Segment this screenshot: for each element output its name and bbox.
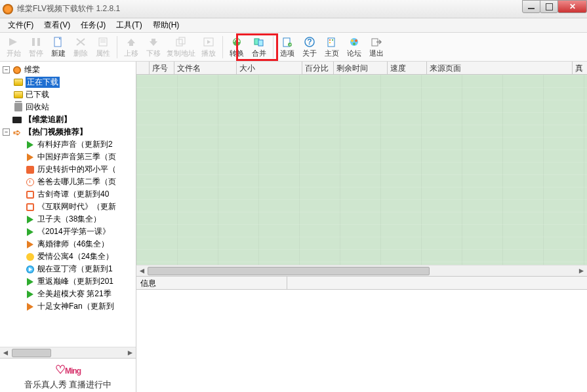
tool-copy[interactable]: 复制地址 — [165, 34, 197, 60]
tool-down[interactable]: 下移 — [142, 34, 165, 60]
grid-header: 序号 文件名 大小 百分比 剩余时间 速度 来源页面 真 — [136, 62, 587, 75]
menu-file[interactable]: 文件(F) — [3, 18, 39, 33]
tool-delete[interactable]: 删除 — [70, 34, 92, 60]
up-icon — [125, 36, 138, 48]
menu-help[interactable]: 帮助(H) — [148, 18, 185, 33]
col-speed[interactable]: 速度 — [388, 62, 427, 74]
trash-icon — [13, 103, 24, 112]
menu-view[interactable]: 查看(V) — [39, 18, 75, 33]
col-source[interactable]: 来源页面 — [427, 62, 573, 74]
copy-icon — [174, 36, 188, 48]
col-remaining[interactable]: 剩余时间 — [334, 62, 388, 74]
svg-rect-19 — [329, 42, 331, 43]
tool-up[interactable]: 上移 — [120, 34, 142, 60]
tool-start[interactable]: 开始 — [3, 34, 25, 60]
col-blank[interactable] — [136, 62, 150, 74]
tree-item[interactable]: 卫子夫（38集全） — [0, 213, 136, 225]
scroll-thumb[interactable] — [12, 349, 51, 357]
toolbar-separator — [117, 36, 117, 58]
play-icon — [25, 302, 35, 311]
tree-drama[interactable]: 【维棠追剧】 — [0, 113, 136, 126]
tree-item[interactable]: 有料好声音（更新到2 — [0, 138, 136, 151]
tree-recycle[interactable]: 回收站 — [0, 101, 136, 113]
col-size[interactable]: 大小 — [237, 62, 302, 74]
tree-downloaded[interactable]: 已下载 — [0, 88, 136, 101]
tree-hot[interactable]: −➪【热门视频推荐】 — [0, 126, 136, 138]
col-real[interactable]: 真 — [573, 62, 587, 74]
col-percent[interactable]: 百分比 — [302, 62, 334, 74]
tool-home[interactable]: 主页 — [321, 34, 343, 60]
tool-convert[interactable]: 转换 — [226, 34, 248, 60]
tool-exit[interactable]: 退出 — [365, 34, 388, 60]
tree-item[interactable]: 《互联网时代》（更新 — [0, 201, 136, 213]
collapse-icon[interactable]: − — [3, 66, 10, 73]
tool-play[interactable]: 播放 — [197, 34, 220, 60]
pause-icon — [30, 36, 43, 48]
window-controls — [523, 0, 587, 13]
clock-icon — [25, 178, 35, 187]
col-filename[interactable]: 文件名 — [174, 62, 237, 74]
grid-body[interactable] — [136, 75, 587, 265]
options-icon — [281, 36, 294, 48]
arrow-icon: ➪ — [12, 128, 22, 137]
play-icon — [25, 277, 35, 286]
svg-point-23 — [353, 43, 355, 45]
svg-point-13 — [288, 43, 292, 47]
tree-downloading[interactable]: 正在下载 — [0, 76, 136, 88]
tree-item[interactable]: 古剑奇谭（更新到40 — [0, 188, 136, 201]
close-button[interactable] — [557, 0, 587, 13]
play-icon — [25, 215, 35, 224]
minimize-button[interactable] — [522, 0, 540, 13]
scroll-right-icon[interactable]: ► — [125, 347, 136, 359]
scroll-left-icon[interactable]: ◄ — [0, 347, 11, 359]
promo-banner[interactable]: ♡Ming 音乐真人秀 直播进行中 — [0, 358, 136, 392]
svg-rect-1 — [37, 38, 40, 46]
tool-prop[interactable]: 属性 — [92, 34, 114, 60]
title-bar: 维棠FLV视频下载软件 1.2.8.1 — [0, 0, 587, 18]
tree-item[interactable]: 重返巅峰（更新到201 — [0, 275, 136, 288]
menu-tools[interactable]: 工具(T) — [111, 18, 147, 33]
tree-root[interactable]: −维棠 — [0, 64, 136, 76]
tree-item[interactable]: 历史转折中的邓小平（ — [0, 163, 136, 176]
scroll-thumb[interactable] — [148, 267, 430, 275]
play-icon — [25, 252, 35, 262]
tool-merge[interactable]: 合并 — [248, 34, 270, 60]
tool-about[interactable]: ?关于 — [298, 34, 321, 60]
grid-scrollbar[interactable]: ◄ ► — [136, 265, 587, 276]
tree-item[interactable]: 舰在亚丁湾（更新到1 — [0, 263, 136, 275]
properties-icon — [96, 36, 110, 48]
svg-rect-0 — [32, 38, 35, 46]
about-icon: ? — [303, 36, 316, 48]
promo-tagline: 音乐真人秀 直播进行中 — [24, 379, 112, 391]
collapse-icon[interactable]: − — [3, 128, 10, 136]
tree-item[interactable]: 《2014开学第一课》 — [0, 225, 136, 238]
menu-bar: 文件(F) 查看(V) 任务(J) 工具(T) 帮助(H) — [0, 18, 587, 33]
tree-item[interactable]: 中国好声音第三季（页 — [0, 151, 136, 163]
tree-item[interactable]: 离婚律师（46集全） — [0, 238, 136, 250]
tree-item[interactable]: 爱情公寓4（24集全） — [0, 250, 136, 263]
maximize-button[interactable] — [540, 0, 558, 13]
promo-logo: ♡Ming — [55, 361, 81, 378]
col-index[interactable]: 序号 — [150, 62, 174, 74]
toolbar-separator — [222, 36, 223, 58]
tool-forum[interactable]: 论坛 — [343, 34, 365, 60]
tool-new[interactable]: 新建 — [47, 34, 70, 60]
window-title: 维棠FLV视频下载软件 1.2.8.1 — [17, 3, 120, 14]
tree-view[interactable]: −维棠 正在下载 已下载 回收站 【维棠追剧】 −➪【热门视频推荐】 有料好声音… — [0, 62, 136, 347]
info-col-label[interactable]: 信息 — [136, 277, 287, 289]
info-col-value[interactable] — [287, 277, 587, 289]
menu-task[interactable]: 任务(J) — [75, 18, 111, 33]
play-icon — [25, 290, 35, 299]
scroll-left-icon[interactable]: ◄ — [136, 265, 148, 277]
forum-icon — [348, 36, 361, 48]
tool-pause[interactable]: 暂停 — [25, 34, 47, 60]
tree-item[interactable]: 十足女神Fan（更新到 — [0, 300, 136, 313]
delete-icon — [74, 36, 87, 48]
sidebar-scrollbar[interactable]: ◄ ► — [0, 347, 136, 358]
tree-item[interactable]: 全美超模大赛 第21季 — [0, 288, 136, 300]
new-icon — [52, 36, 65, 48]
scroll-right-icon[interactable]: ► — [576, 265, 587, 277]
tool-options[interactable]: 选项 — [276, 34, 298, 60]
folder-icon — [13, 78, 24, 87]
tree-item[interactable]: 爸爸去哪儿第二季（页 — [0, 176, 136, 188]
